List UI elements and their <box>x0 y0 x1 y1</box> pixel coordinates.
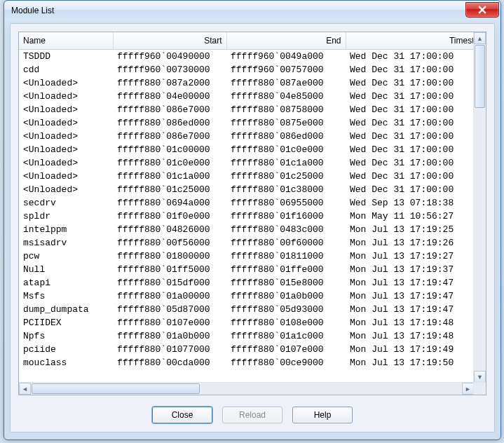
close-button[interactable]: Close <box>152 407 212 423</box>
cell-name: atapi <box>19 276 113 289</box>
table-row[interactable]: <Unloaded>fffff880`01c0e000fffff880`01c1… <box>19 156 474 170</box>
cell-name: intelppm <box>19 223 113 236</box>
cell-timest: Mon Jul 13 17:19:48 <box>346 316 474 329</box>
cell-timest: Wed Dec 31 17:00:00 <box>346 116 474 130</box>
cell-timest: Wed Dec 31 17:00:00 <box>346 156 474 170</box>
cell-end: fffff880`087ae000 <box>226 76 346 90</box>
cell-start: fffff880`01c25000 <box>113 183 226 196</box>
cell-end: fffff880`01a0b000 <box>226 289 346 303</box>
table-row[interactable]: <Unloaded>fffff880`01c1a000fffff880`01c2… <box>19 170 474 183</box>
cell-name: <Unloaded> <box>19 143 113 156</box>
cell-name: pcw <box>19 250 113 263</box>
cell-timest: Wed Sep 13 07:18:38 <box>346 196 474 210</box>
table-row[interactable]: <Unloaded>fffff880`01c00000fffff880`01c0… <box>19 143 474 156</box>
cell-end: fffff960`0049a000 <box>226 50 346 64</box>
cell-start: fffff880`00cda000 <box>113 356 226 369</box>
cell-start: fffff880`01f0e000 <box>113 210 226 223</box>
table-row[interactable]: dump_dumpatafffff880`05d87000fffff880`05… <box>19 303 474 316</box>
vertical-scrollbar[interactable]: ▲ ▼ <box>473 32 486 383</box>
table-row[interactable]: cddfffff960`00730000fffff960`00757000Wed… <box>19 63 474 76</box>
column-header-name[interactable]: Name <box>19 32 113 50</box>
cell-end: fffff880`01ffe000 <box>226 263 346 276</box>
cell-end: fffff880`01c25000 <box>226 170 346 183</box>
cell-name: Msfs <box>19 289 113 303</box>
table-row[interactable]: <Unloaded>fffff880`04e00000fffff880`04e8… <box>19 90 474 103</box>
cell-end: fffff880`086ed000 <box>226 130 346 143</box>
cell-timest: Wed Dec 31 17:00:00 <box>346 76 474 90</box>
cell-timest: Mon Jul 13 17:19:26 <box>346 236 474 250</box>
column-header-end[interactable]: End <box>226 32 346 50</box>
cell-start: fffff880`015df000 <box>113 276 226 289</box>
table-row[interactable]: <Unloaded>fffff880`086e7000fffff880`0875… <box>19 103 474 116</box>
cell-start: fffff880`01077000 <box>113 343 226 356</box>
cell-timest: Wed Dec 31 17:00:00 <box>346 170 474 183</box>
horizontal-scroll-thumb[interactable] <box>32 383 200 394</box>
cell-start: fffff880`0107e000 <box>113 316 226 329</box>
table-row[interactable]: mouclassfffff880`00cda000fffff880`00ce90… <box>19 356 474 369</box>
table-row[interactable]: <Unloaded>fffff880`086ed000fffff880`0875… <box>19 116 474 130</box>
cell-timest: Mon Jul 13 17:19:47 <box>346 303 474 316</box>
help-button[interactable]: Help <box>292 407 353 423</box>
cell-start: fffff880`01c0e000 <box>113 156 226 170</box>
table-row[interactable]: atapifffff880`015df000fffff880`015e8000M… <box>19 276 474 289</box>
cell-start: fffff960`00490000 <box>113 50 226 64</box>
table-row[interactable]: <Unloaded>fffff880`01c25000fffff880`01c3… <box>19 183 474 196</box>
table-row[interactable]: Npfsfffff880`01a0b000fffff880`01a1c000Mo… <box>19 329 474 343</box>
column-header-start[interactable]: Start <box>113 32 226 50</box>
reload-button: Reload <box>222 407 282 423</box>
scroll-left-button[interactable]: ◄ <box>19 383 31 395</box>
table-row[interactable]: secdrvfffff880`0694a000fffff880`06955000… <box>19 196 474 210</box>
table-row[interactable]: pciidefffff880`01077000fffff880`0107e000… <box>19 343 474 356</box>
cell-timest: Mon May 11 10:56:27 <box>346 210 474 223</box>
table-row[interactable]: Msfsfffff880`01a00000fffff880`01a0b000Mo… <box>19 289 474 303</box>
cell-end: fffff880`01f16000 <box>226 210 346 223</box>
scroll-up-button[interactable]: ▲ <box>474 32 486 44</box>
list-viewport[interactable]: Name Start End Timest TSDDDfffff960`0049… <box>19 32 474 383</box>
table-row[interactable]: <Unloaded>fffff880`086e7000fffff880`086e… <box>19 130 474 143</box>
cell-start: fffff880`086ed000 <box>113 116 226 130</box>
window-title: Module List <box>11 6 465 15</box>
table-row[interactable]: pcwfffff880`01800000fffff880`01811000Mon… <box>19 250 474 263</box>
cell-start: fffff880`01c1a000 <box>113 170 226 183</box>
cell-timest: Wed Dec 31 17:00:00 <box>346 143 474 156</box>
table-row[interactable]: PCIIDEXfffff880`0107e000fffff880`0108e00… <box>19 316 474 329</box>
scroll-down-button[interactable]: ▼ <box>474 371 486 383</box>
cell-end: fffff880`01c1a000 <box>226 156 346 170</box>
module-list: Name Start End Timest TSDDDfffff960`0049… <box>18 32 486 395</box>
column-header-timest[interactable]: Timest <box>346 32 474 50</box>
button-row: Close Reload Help <box>11 407 494 423</box>
cell-end: fffff880`0108e000 <box>226 316 346 329</box>
cell-end: fffff880`05d93000 <box>226 303 346 316</box>
table-body: TSDDDfffff960`00490000fffff960`0049a000W… <box>19 50 474 370</box>
cell-name: <Unloaded> <box>19 130 113 143</box>
cell-name: dump_dumpata <box>19 303 113 316</box>
cell-name: cdd <box>19 63 113 76</box>
cell-name: <Unloaded> <box>19 76 113 90</box>
vertical-scroll-thumb[interactable] <box>475 45 485 108</box>
cell-name: spldr <box>19 210 113 223</box>
cell-end: fffff880`04e85000 <box>226 90 346 103</box>
table-row[interactable]: spldrfffff880`01f0e000fffff880`01f16000M… <box>19 210 474 223</box>
close-icon <box>478 6 486 14</box>
module-table: Name Start End Timest TSDDDfffff960`0049… <box>19 32 474 369</box>
window-close-button[interactable] <box>465 2 499 18</box>
scrollbar-corner <box>473 382 486 395</box>
cell-name: msisadrv <box>19 236 113 250</box>
cell-end: fffff880`00ce9000 <box>226 356 346 369</box>
cell-end: fffff880`01c0e000 <box>226 143 346 156</box>
client-area: Name Start End Timest TSDDDfffff960`0049… <box>10 23 495 432</box>
cell-timest: Mon Jul 13 17:19:37 <box>346 263 474 276</box>
horizontal-scrollbar[interactable]: ◄ ► <box>19 382 474 395</box>
scroll-right-button[interactable]: ► <box>462 383 474 395</box>
table-row[interactable]: <Unloaded>fffff880`087a2000fffff880`087a… <box>19 76 474 90</box>
table-row[interactable]: intelppmfffff880`04826000fffff880`0483c0… <box>19 223 474 236</box>
cell-timest: Wed Dec 31 17:00:00 <box>346 103 474 116</box>
table-row[interactable]: Nullfffff880`01ff5000fffff880`01ffe000Mo… <box>19 263 474 276</box>
cell-timest: Wed Dec 31 17:00:00 <box>346 183 474 196</box>
table-row[interactable]: msisadrvfffff880`00f56000fffff880`00f600… <box>19 236 474 250</box>
cell-timest: Mon Jul 13 17:19:47 <box>346 289 474 303</box>
titlebar[interactable]: Module List <box>4 1 500 20</box>
cell-timest: Wed Dec 31 17:00:00 <box>346 130 474 143</box>
table-row[interactable]: TSDDDfffff960`00490000fffff960`0049a000W… <box>19 50 474 64</box>
cell-start: fffff880`087a2000 <box>113 76 226 90</box>
